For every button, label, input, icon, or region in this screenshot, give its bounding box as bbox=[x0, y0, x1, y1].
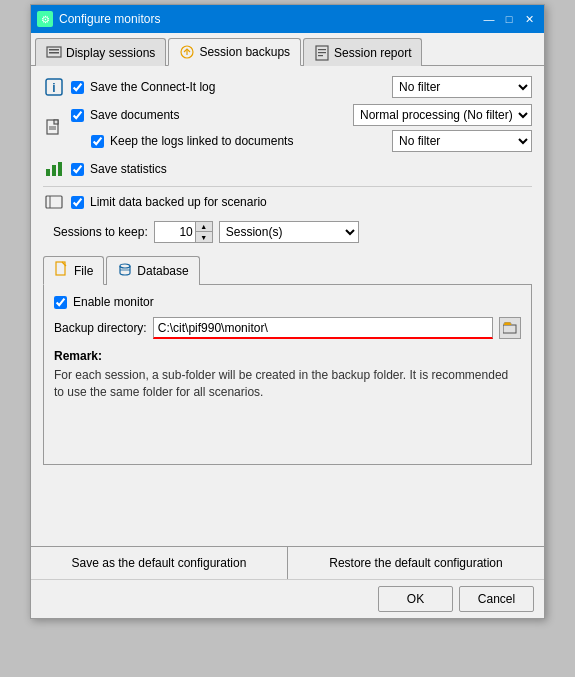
backup-directory-label: Backup directory: bbox=[54, 321, 147, 335]
svg-rect-6 bbox=[318, 49, 326, 50]
cancel-button[interactable]: Cancel bbox=[459, 586, 534, 612]
svg-rect-17 bbox=[58, 162, 62, 176]
inner-tab-database-label: Database bbox=[137, 264, 188, 278]
connectit-filter-dropdown[interactable]: No filter bbox=[392, 76, 532, 98]
tab-display-sessions-label: Display sessions bbox=[66, 46, 155, 60]
svg-point-21 bbox=[120, 264, 130, 268]
minimize-button[interactable]: — bbox=[480, 10, 498, 28]
save-statistics-checkbox[interactable] bbox=[71, 163, 84, 176]
window-title: Configure monitors bbox=[59, 12, 160, 26]
file-icon bbox=[54, 261, 70, 280]
divider bbox=[43, 186, 532, 187]
bar-chart-icon bbox=[43, 158, 65, 180]
inner-tab-file-label: File bbox=[74, 264, 93, 278]
title-bar: ⚙ Configure monitors — □ ✕ bbox=[31, 5, 544, 33]
save-connectit-checkbox[interactable] bbox=[71, 81, 84, 94]
backup-directory-row: Backup directory: bbox=[54, 317, 521, 339]
keep-logs-filter-dropdown[interactable]: No filter bbox=[392, 130, 532, 152]
save-documents-row: Save documents Normal processing (No fil… bbox=[43, 104, 532, 152]
keep-logs-label: Keep the logs linked to documents bbox=[110, 134, 293, 148]
remark-label: Remark: bbox=[54, 349, 521, 363]
svg-rect-2 bbox=[49, 52, 59, 54]
database-icon bbox=[117, 262, 133, 281]
inner-tab-content: Enable monitor Backup directory: Remark:… bbox=[43, 285, 532, 465]
save-statistics-row: Save statistics bbox=[43, 158, 532, 180]
save-documents-checkbox[interactable] bbox=[71, 109, 84, 122]
session-report-icon bbox=[314, 45, 330, 61]
save-connectit-row: i Save the Connect-It log No filter bbox=[43, 76, 532, 98]
info-icon: i bbox=[43, 76, 65, 98]
save-default-button[interactable]: Save as the default configuration bbox=[31, 547, 288, 579]
main-tabs: Display sessions Session backups Session… bbox=[31, 33, 544, 66]
tab-display-sessions[interactable]: Display sessions bbox=[35, 38, 166, 66]
save-statistics-label: Save statistics bbox=[90, 162, 167, 176]
tab-content: i Save the Connect-It log No filter Save… bbox=[31, 66, 544, 546]
ok-cancel-bar: OK Cancel bbox=[31, 579, 544, 618]
save-documents-label: Save documents bbox=[90, 108, 179, 122]
svg-rect-15 bbox=[46, 169, 50, 176]
display-sessions-icon bbox=[46, 45, 62, 61]
doc-icon bbox=[43, 117, 65, 139]
enable-monitor-checkbox[interactable] bbox=[54, 296, 67, 309]
sessions-to-keep-row: Sessions to keep: ▲ ▼ Session(s) bbox=[43, 221, 532, 243]
tab-session-report-label: Session report bbox=[334, 46, 411, 60]
svg-rect-7 bbox=[318, 52, 326, 53]
tab-session-backups-label: Session backups bbox=[199, 45, 290, 59]
ok-button[interactable]: OK bbox=[378, 586, 453, 612]
tab-session-report[interactable]: Session report bbox=[303, 38, 422, 66]
svg-rect-8 bbox=[318, 55, 323, 56]
limit-data-checkbox[interactable] bbox=[71, 196, 84, 209]
documents-processing-dropdown[interactable]: Normal processing (No filter) bbox=[353, 104, 532, 126]
enable-monitor-label: Enable monitor bbox=[73, 295, 154, 309]
svg-rect-16 bbox=[52, 165, 56, 176]
maximize-button[interactable]: □ bbox=[500, 10, 518, 28]
session-backups-icon bbox=[179, 44, 195, 60]
title-buttons: — □ ✕ bbox=[480, 10, 538, 28]
inner-tab-database[interactable]: Database bbox=[106, 256, 199, 285]
restore-default-button[interactable]: Restore the default configuration bbox=[288, 547, 544, 579]
spinner-down-button[interactable]: ▼ bbox=[196, 232, 212, 242]
spinner-up-button[interactable]: ▲ bbox=[196, 222, 212, 232]
svg-rect-18 bbox=[46, 196, 62, 208]
remark-text: For each session, a sub-folder will be c… bbox=[54, 367, 521, 401]
sessions-spinner[interactable]: ▲ ▼ bbox=[154, 221, 213, 243]
svg-rect-12 bbox=[54, 120, 58, 124]
limit-icon bbox=[43, 191, 65, 213]
svg-rect-23 bbox=[503, 325, 516, 333]
window-icon: ⚙ bbox=[37, 11, 53, 27]
tab-session-backups[interactable]: Session backups bbox=[168, 38, 301, 66]
remark-section: Remark: For each session, a sub-folder w… bbox=[54, 349, 521, 401]
backup-directory-input[interactable] bbox=[153, 317, 493, 339]
svg-rect-1 bbox=[49, 49, 59, 51]
sessions-value-input[interactable] bbox=[155, 222, 195, 242]
svg-text:i: i bbox=[52, 81, 55, 95]
inner-tabs: File Database bbox=[43, 255, 532, 285]
keep-logs-checkbox[interactable] bbox=[91, 135, 104, 148]
save-connectit-label: Save the Connect-It log bbox=[90, 80, 215, 94]
enable-monitor-row: Enable monitor bbox=[54, 295, 521, 309]
close-button[interactable]: ✕ bbox=[520, 10, 538, 28]
bottom-config-bar: Save as the default configuration Restor… bbox=[31, 546, 544, 579]
limit-data-row: Limit data backed up for scenario bbox=[43, 191, 532, 213]
sessions-to-keep-label: Sessions to keep: bbox=[53, 225, 148, 239]
sessions-unit-dropdown[interactable]: Session(s) bbox=[219, 221, 359, 243]
configure-monitors-window: ⚙ Configure monitors — □ ✕ Display sessi… bbox=[30, 4, 545, 619]
limit-data-label: Limit data backed up for scenario bbox=[90, 195, 267, 209]
browse-button[interactable] bbox=[499, 317, 521, 339]
inner-tab-file[interactable]: File bbox=[43, 256, 104, 285]
